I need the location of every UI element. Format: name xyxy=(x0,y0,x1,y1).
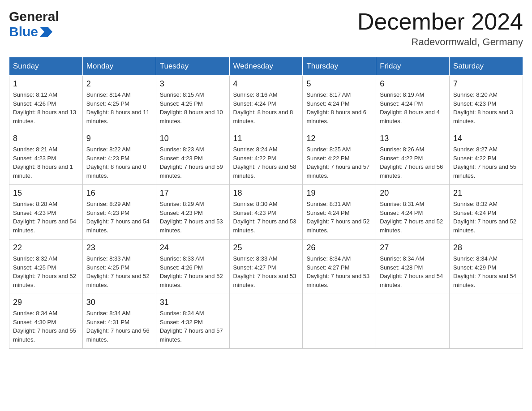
day-info: Sunrise: 8:34 AMSunset: 4:29 PMDaylight:… xyxy=(453,254,519,289)
calendar-cell: 15Sunrise: 8:28 AMSunset: 4:23 PMDayligh… xyxy=(9,185,83,240)
day-number: 4 xyxy=(233,79,299,89)
day-number: 27 xyxy=(380,243,446,253)
day-number: 5 xyxy=(306,79,372,89)
calendar-cell: 1Sunrise: 8:12 AMSunset: 4:26 PMDaylight… xyxy=(9,76,83,130)
day-info: Sunrise: 8:33 AMSunset: 4:27 PMDaylight:… xyxy=(233,254,299,289)
calendar-cell: 27Sunrise: 8:34 AMSunset: 4:28 PMDayligh… xyxy=(376,240,450,294)
calendar-cell: 14Sunrise: 8:27 AMSunset: 4:22 PMDayligh… xyxy=(450,130,523,185)
calendar-cell: 10Sunrise: 8:23 AMSunset: 4:23 PMDayligh… xyxy=(156,130,229,185)
day-info: Sunrise: 8:20 AMSunset: 4:23 PMDaylight:… xyxy=(453,90,519,125)
day-info: Sunrise: 8:33 AMSunset: 4:25 PMDaylight:… xyxy=(86,254,152,289)
day-info: Sunrise: 8:34 AMSunset: 4:31 PMDaylight:… xyxy=(86,309,152,344)
calendar-cell xyxy=(303,294,376,349)
day-info: Sunrise: 8:30 AMSunset: 4:23 PMDaylight:… xyxy=(233,200,299,235)
calendar-body: 1Sunrise: 8:12 AMSunset: 4:26 PMDaylight… xyxy=(9,76,523,349)
day-info: Sunrise: 8:19 AMSunset: 4:24 PMDaylight:… xyxy=(380,90,446,125)
title-section: December 2024 Radevormwald, Germany xyxy=(357,9,523,48)
header-monday: Monday xyxy=(82,57,156,76)
calendar-header: Sunday Monday Tuesday Wednesday Thursday… xyxy=(9,57,523,76)
day-info: Sunrise: 8:29 AMSunset: 4:23 PMDaylight:… xyxy=(86,200,152,235)
header-tuesday: Tuesday xyxy=(156,57,229,76)
day-number: 2 xyxy=(86,79,152,89)
header-row: Sunday Monday Tuesday Wednesday Thursday… xyxy=(9,57,523,76)
calendar-cell: 13Sunrise: 8:26 AMSunset: 4:22 PMDayligh… xyxy=(376,130,450,185)
day-info: Sunrise: 8:12 AMSunset: 4:26 PMDaylight:… xyxy=(13,90,79,125)
calendar-cell: 6Sunrise: 8:19 AMSunset: 4:24 PMDaylight… xyxy=(376,76,450,130)
day-number: 22 xyxy=(13,243,79,253)
day-number: 24 xyxy=(160,243,226,253)
day-info: Sunrise: 8:25 AMSunset: 4:22 PMDaylight:… xyxy=(306,145,372,180)
day-number: 29 xyxy=(13,298,79,307)
calendar-cell: 31Sunrise: 8:34 AMSunset: 4:32 PMDayligh… xyxy=(156,294,229,349)
header-saturday: Saturday xyxy=(450,57,523,76)
day-info: Sunrise: 8:14 AMSunset: 4:25 PMDaylight:… xyxy=(86,90,152,125)
header-friday: Friday xyxy=(376,57,450,76)
page-header: General Blue December 2024 Radevormwald,… xyxy=(9,9,523,48)
calendar-cell: 30Sunrise: 8:34 AMSunset: 4:31 PMDayligh… xyxy=(82,294,156,349)
week-row-4: 22Sunrise: 8:32 AMSunset: 4:25 PMDayligh… xyxy=(9,240,523,294)
day-number: 11 xyxy=(233,134,299,143)
day-number: 23 xyxy=(86,243,152,253)
day-info: Sunrise: 8:17 AMSunset: 4:24 PMDaylight:… xyxy=(306,90,372,125)
day-number: 16 xyxy=(86,188,152,198)
calendar-cell: 28Sunrise: 8:34 AMSunset: 4:29 PMDayligh… xyxy=(450,240,523,294)
day-info: Sunrise: 8:27 AMSunset: 4:22 PMDaylight:… xyxy=(453,145,519,180)
calendar-table: Sunday Monday Tuesday Wednesday Thursday… xyxy=(9,57,523,349)
calendar-cell: 20Sunrise: 8:31 AMSunset: 4:24 PMDayligh… xyxy=(376,185,450,240)
day-info: Sunrise: 8:34 AMSunset: 4:30 PMDaylight:… xyxy=(13,309,79,344)
day-info: Sunrise: 8:34 AMSunset: 4:27 PMDaylight:… xyxy=(306,254,372,289)
calendar-cell: 11Sunrise: 8:24 AMSunset: 4:22 PMDayligh… xyxy=(229,130,303,185)
day-number: 9 xyxy=(86,134,152,143)
day-number: 19 xyxy=(306,188,372,198)
day-number: 25 xyxy=(233,243,299,253)
day-info: Sunrise: 8:31 AMSunset: 4:24 PMDaylight:… xyxy=(306,200,372,235)
day-number: 26 xyxy=(306,243,372,253)
day-info: Sunrise: 8:21 AMSunset: 4:23 PMDaylight:… xyxy=(13,145,79,180)
day-info: Sunrise: 8:22 AMSunset: 4:23 PMDaylight:… xyxy=(86,145,152,180)
day-info: Sunrise: 8:26 AMSunset: 4:22 PMDaylight:… xyxy=(380,145,446,180)
day-number: 13 xyxy=(380,134,446,143)
calendar-cell: 9Sunrise: 8:22 AMSunset: 4:23 PMDaylight… xyxy=(82,130,156,185)
calendar-cell: 12Sunrise: 8:25 AMSunset: 4:22 PMDayligh… xyxy=(303,130,376,185)
day-number: 15 xyxy=(13,188,79,198)
day-number: 8 xyxy=(13,134,79,143)
day-info: Sunrise: 8:32 AMSunset: 4:24 PMDaylight:… xyxy=(453,200,519,235)
calendar-cell: 23Sunrise: 8:33 AMSunset: 4:25 PMDayligh… xyxy=(82,240,156,294)
calendar-cell: 3Sunrise: 8:15 AMSunset: 4:25 PMDaylight… xyxy=(156,76,229,130)
day-number: 6 xyxy=(380,79,446,89)
calendar-cell: 25Sunrise: 8:33 AMSunset: 4:27 PMDayligh… xyxy=(229,240,303,294)
week-row-2: 8Sunrise: 8:21 AMSunset: 4:23 PMDaylight… xyxy=(9,130,523,185)
calendar-cell: 26Sunrise: 8:34 AMSunset: 4:27 PMDayligh… xyxy=(303,240,376,294)
day-number: 31 xyxy=(160,298,226,307)
logo-general: General xyxy=(9,9,59,24)
day-number: 17 xyxy=(160,188,226,198)
day-info: Sunrise: 8:24 AMSunset: 4:22 PMDaylight:… xyxy=(233,145,299,180)
calendar-cell: 21Sunrise: 8:32 AMSunset: 4:24 PMDayligh… xyxy=(450,185,523,240)
header-sunday: Sunday xyxy=(9,57,83,76)
calendar-cell: 2Sunrise: 8:14 AMSunset: 4:25 PMDaylight… xyxy=(82,76,156,130)
logo-blue: Blue xyxy=(9,24,59,39)
header-thursday: Thursday xyxy=(303,57,376,76)
calendar-cell: 4Sunrise: 8:16 AMSunset: 4:24 PMDaylight… xyxy=(229,76,303,130)
calendar-cell xyxy=(450,294,523,349)
day-number: 7 xyxy=(453,79,519,89)
logo-arrow-icon xyxy=(40,27,52,37)
calendar-cell: 29Sunrise: 8:34 AMSunset: 4:30 PMDayligh… xyxy=(9,294,83,349)
day-info: Sunrise: 8:29 AMSunset: 4:23 PMDaylight:… xyxy=(160,200,226,235)
month-title: December 2024 xyxy=(357,9,523,34)
day-number: 18 xyxy=(233,188,299,198)
logo: General Blue xyxy=(9,9,59,39)
week-row-1: 1Sunrise: 8:12 AMSunset: 4:26 PMDaylight… xyxy=(9,76,523,130)
day-info: Sunrise: 8:16 AMSunset: 4:24 PMDaylight:… xyxy=(233,90,299,125)
day-number: 3 xyxy=(160,79,226,89)
day-info: Sunrise: 8:23 AMSunset: 4:23 PMDaylight:… xyxy=(160,145,226,180)
day-number: 28 xyxy=(453,243,519,253)
calendar-cell: 17Sunrise: 8:29 AMSunset: 4:23 PMDayligh… xyxy=(156,185,229,240)
day-info: Sunrise: 8:15 AMSunset: 4:25 PMDaylight:… xyxy=(160,90,226,125)
calendar-cell: 5Sunrise: 8:17 AMSunset: 4:24 PMDaylight… xyxy=(303,76,376,130)
day-number: 30 xyxy=(86,298,152,307)
day-info: Sunrise: 8:34 AMSunset: 4:32 PMDaylight:… xyxy=(160,309,226,344)
location: Radevormwald, Germany xyxy=(357,36,523,48)
calendar-cell: 19Sunrise: 8:31 AMSunset: 4:24 PMDayligh… xyxy=(303,185,376,240)
day-info: Sunrise: 8:34 AMSunset: 4:28 PMDaylight:… xyxy=(380,254,446,289)
